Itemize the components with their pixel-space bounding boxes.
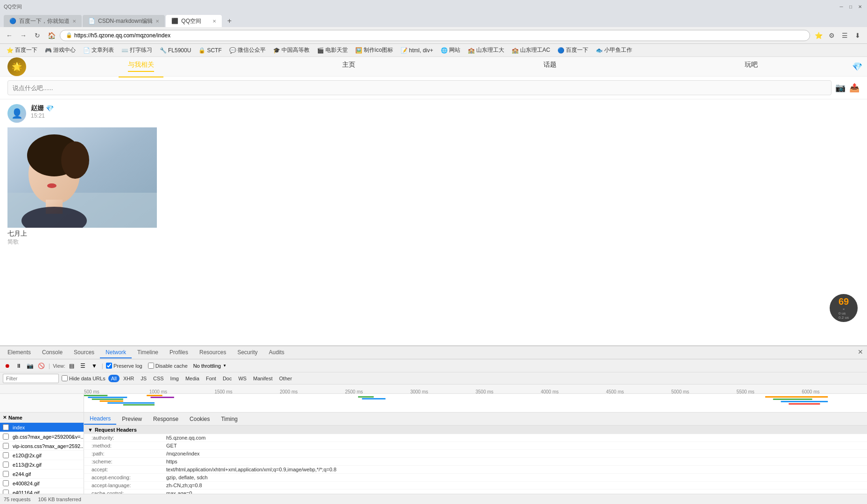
bookmark-item[interactable]: 🏫 山东理工AC — [509, 45, 553, 55]
qqzone-nav-item-play[interactable]: 玩吧 — [735, 57, 767, 77]
filter-type-media[interactable]: Media — [183, 375, 202, 382]
filter-type-js[interactable]: JS — [138, 375, 149, 382]
bookmark-item[interactable]: 📝 html, div+ — [398, 46, 436, 55]
network-list-item[interactable]: e400824.gif — [0, 479, 84, 488]
network-list-close[interactable]: ✕ — [3, 415, 7, 420]
detail-tab-response[interactable]: Response — [148, 414, 184, 424]
filter-type-all[interactable]: All — [108, 375, 120, 382]
tab-close-icon[interactable]: ✕ — [72, 19, 76, 24]
disable-cache-label[interactable]: Disable cache — [148, 363, 188, 369]
bookmark-item[interactable]: 🏫 山东理工大 — [465, 45, 507, 55]
filter-type-doc[interactable]: Doc — [220, 375, 235, 382]
close-button[interactable]: ✕ — [857, 3, 863, 10]
bookmark-item[interactable]: ⭐ 百度一下 — [4, 45, 40, 55]
bookmark-item[interactable]: 🎓 中国高等教 — [270, 45, 312, 55]
share-icon[interactable]: 📤 — [849, 83, 860, 93]
item-checkbox[interactable] — [3, 462, 9, 468]
detail-tab-timing[interactable]: Timing — [215, 414, 243, 424]
url-input[interactable] — [74, 32, 804, 39]
stop-button[interactable]: ⏸ — [14, 361, 23, 371]
item-checkbox[interactable] — [3, 480, 9, 486]
tab-qqzone[interactable]: ⬛ QQ空间 ✕ — [166, 15, 222, 27]
network-list-item[interactable]: vip-icons.css?max_age=2592... — [0, 441, 84, 451]
throttling-selector[interactable]: No throttling ▼ — [193, 363, 226, 369]
preserve-log-checkbox[interactable] — [106, 363, 112, 369]
hide-data-urls-checkbox[interactable] — [62, 375, 68, 381]
tab-baidu[interactable]: 🔵 百度一下，你就知道 ✕ — [4, 15, 82, 27]
bookmark-item[interactable]: 📄 文章列表 — [80, 45, 117, 55]
network-list-item[interactable]: gb.css?max_age=259200&v=... — [0, 432, 84, 441]
devtools-tab-profiles[interactable]: Profiles — [164, 347, 194, 358]
qqzone-nav-item-home[interactable]: 主页 — [333, 57, 365, 77]
bookmark-item[interactable]: ⌨️ 打字练习 — [119, 45, 155, 55]
bookmark-item[interactable]: 🖼️ 制作ico图标 — [352, 45, 396, 55]
list-view-button[interactable]: ☰ — [78, 361, 88, 371]
qqzone-nav-item-topic[interactable]: 话题 — [534, 57, 566, 77]
filter-type-font[interactable]: Font — [203, 375, 219, 382]
devtools-tab-elements[interactable]: Elements — [2, 347, 36, 358]
new-tab-button[interactable]: + — [223, 15, 236, 27]
devtools-tab-timeline[interactable]: Timeline — [132, 347, 164, 358]
devtools-tab-network[interactable]: Network — [100, 347, 132, 358]
item-checkbox[interactable] — [3, 443, 9, 449]
bookmark-item[interactable]: 🔧 FL5900U — [157, 46, 194, 55]
maximize-button[interactable]: □ — [847, 3, 854, 10]
devtools-tab-console[interactable]: Console — [36, 347, 68, 358]
disable-cache-checkbox[interactable] — [148, 363, 154, 369]
detail-tab-cookies[interactable]: Cookies — [184, 414, 215, 424]
bookmark-item[interactable]: 🔒 SCTF — [196, 46, 224, 55]
filter-input[interactable] — [3, 374, 59, 383]
tab-csdn[interactable]: 📄 CSDN-markdown编辑 ✕ — [83, 15, 165, 27]
request-headers-section[interactable]: ▼ Request Headers — [84, 426, 867, 434]
refresh-button[interactable]: ↻ — [32, 30, 43, 41]
network-list-item[interactable]: e113@2x.gif — [0, 460, 84, 469]
menu-button[interactable]: ☰ — [839, 30, 850, 41]
item-checkbox[interactable] — [3, 471, 9, 477]
filter-type-xhr[interactable]: XHR — [120, 375, 137, 382]
item-checkbox[interactable] — [3, 490, 9, 494]
devtools-tab-audits[interactable]: Audits — [263, 347, 290, 358]
post-input-field[interactable] — [7, 80, 832, 95]
bookmark-item[interactable]: 🐟 小甲鱼工作 — [593, 45, 635, 55]
hide-data-urls-label[interactable]: Hide data URLs — [62, 375, 106, 381]
filter-button[interactable]: ▼ — [90, 361, 99, 371]
address-bar[interactable]: 🔒 — [60, 30, 810, 41]
filter-type-other[interactable]: Other — [276, 375, 295, 382]
item-checkbox[interactable] — [3, 434, 9, 440]
filter-type-css[interactable]: CSS — [150, 375, 167, 382]
network-list-item[interactable]: e120@2x.gif — [0, 451, 84, 460]
home-button[interactable]: 🏠 — [46, 30, 57, 41]
bookmark-item[interactable]: 💬 微信公众平 — [226, 45, 268, 55]
detail-tab-preview[interactable]: Preview — [116, 414, 148, 424]
preserve-log-label[interactable]: Preserve log — [106, 363, 142, 369]
tab-close-icon[interactable]: ✕ — [155, 19, 159, 24]
bookmark-item[interactable]: 🌐 网站 — [438, 45, 463, 55]
record-button[interactable]: ⏺ — [3, 361, 12, 371]
filter-type-manifest[interactable]: Manifest — [250, 375, 275, 382]
minimize-button[interactable]: ─ — [838, 3, 845, 10]
bookmark-item[interactable]: 🎮 游戏中心 — [42, 45, 78, 55]
close-devtools-button[interactable]: ✕ — [858, 348, 863, 356]
devtools-tab-resources[interactable]: Resources — [194, 347, 232, 358]
detail-tab-headers[interactable]: Headers — [84, 413, 116, 425]
forward-button[interactable]: → — [18, 30, 29, 41]
item-checkbox[interactable] — [3, 452, 9, 458]
item-checkbox[interactable] — [3, 424, 9, 430]
network-list-item-index[interactable]: index — [0, 423, 84, 432]
camera-icon[interactable]: 📷 — [835, 83, 846, 93]
extensions-button[interactable]: ⚙ — [826, 30, 837, 41]
filter-type-img[interactable]: Img — [168, 375, 182, 382]
devtools-tab-sources[interactable]: Sources — [68, 347, 100, 358]
filter-type-ws[interactable]: WS — [235, 375, 249, 382]
network-list-item[interactable]: e244.gif — [0, 469, 84, 479]
bookmark-item[interactable]: 🎬 电影天堂 — [314, 45, 351, 55]
devtools-tab-security[interactable]: Security — [232, 347, 263, 358]
network-list-item[interactable]: e401164.gif — [0, 488, 84, 494]
back-button[interactable]: ← — [4, 30, 15, 41]
grid-view-button[interactable]: ▤ — [67, 361, 77, 371]
qqzone-nav-item-related[interactable]: 与我相关 — [119, 57, 163, 77]
bookmark-star-button[interactable]: ⭐ — [813, 30, 824, 41]
camera-button[interactable]: 📷 — [25, 361, 35, 371]
bookmark-item[interactable]: 🔵 百度一下 — [555, 45, 591, 55]
clear-button[interactable]: 🚫 — [36, 361, 46, 371]
